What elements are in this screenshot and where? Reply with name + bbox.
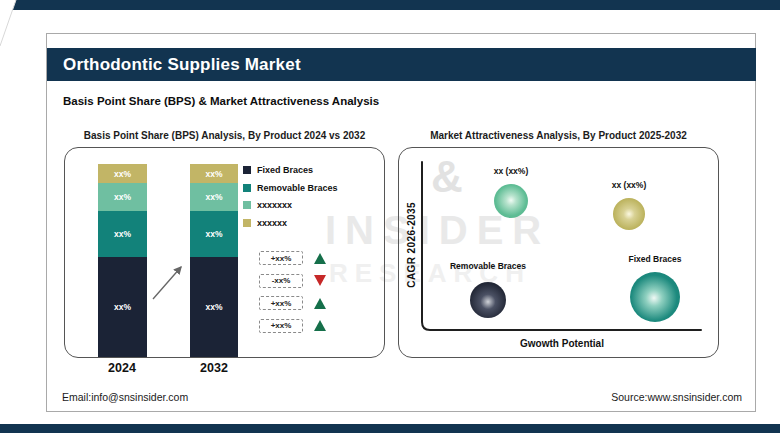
up-triangle-icon <box>314 298 326 309</box>
bar-segment: xx% <box>98 257 147 357</box>
page-subtitle: Basis Point Share (BPS) & Market Attract… <box>63 95 379 107</box>
x-tick-2024: 2024 <box>92 361 152 375</box>
change-row: +xx% <box>259 296 326 310</box>
legend-item: Fixed Braces <box>243 165 338 175</box>
legend-item: Removable Braces <box>243 183 338 193</box>
legend-swatch-series3 <box>243 201 251 209</box>
footer-email: Email:info@snsinsider.com <box>62 391 188 403</box>
bar-segment: xx% <box>190 257 238 357</box>
down-triangle-icon <box>314 275 326 286</box>
change-value-box: -xx% <box>259 274 303 288</box>
legend-label: Fixed Braces <box>257 165 313 175</box>
bps-chart-title: Basis Point Share (BPS) Analysis, By Pro… <box>64 130 385 141</box>
legend-swatch-fixed-braces <box>243 166 251 174</box>
bottom-accent-bar <box>0 424 780 433</box>
change-value-box: +xx% <box>259 251 303 265</box>
stacked-bar-2024: xx% xx% xx% xx% <box>98 164 147 357</box>
change-row: -xx% <box>259 274 326 288</box>
bar-segment: xx% <box>190 183 238 211</box>
bubble-series3 <box>494 184 528 218</box>
bubble-label: xx (xx%) <box>574 180 684 190</box>
legend-label: xxxxxx <box>257 218 287 228</box>
bar-segment: xx% <box>190 164 238 183</box>
attractiveness-chart-title: Market Attractiveness Analysis, By Produ… <box>398 130 719 141</box>
legend-item: xxxxxxx <box>243 200 338 210</box>
title-banner: Orthodontic Supplies Market <box>47 48 756 81</box>
x-axis-label: Gwowth Potential <box>462 338 662 349</box>
legend-label: Removable Braces <box>257 183 338 193</box>
legend-swatch-series4 <box>243 219 251 227</box>
bar-segment: xx% <box>190 211 238 257</box>
legend-label: xxxxxxx <box>257 200 292 210</box>
bar-segment: xx% <box>98 211 147 257</box>
corner-ribbon-fold <box>0 0 50 50</box>
up-triangle-icon <box>314 253 326 264</box>
top-accent-bar <box>0 0 780 10</box>
attractiveness-chart-panel: CAGR 2026-2035 Gwowth Potential xx (xx%)… <box>398 147 719 358</box>
up-triangle-icon <box>314 320 326 331</box>
bps-chart-panel: xx% xx% xx% xx% xx% xx% xx% xx% Fixed Br… <box>64 147 385 358</box>
legend-swatch-removable-braces <box>243 184 251 192</box>
page-title: Orthodontic Supplies Market <box>47 55 301 75</box>
change-value-box: +xx% <box>259 296 303 310</box>
y-axis-label-wrap: CAGR 2026-2035 <box>403 175 419 315</box>
y-axis-label: CAGR 2026-2035 <box>406 202 417 288</box>
stacked-bar-2032: xx% xx% xx% xx% <box>190 164 238 357</box>
bps-change-indicators: +xx% -xx% +xx% +xx% <box>259 251 326 341</box>
footer-source: Source:www.snsinsider.com <box>611 391 742 403</box>
bubble-removable-braces <box>470 282 506 318</box>
bubble-label: Removable Braces <box>433 261 543 271</box>
change-row: +xx% <box>259 319 326 333</box>
bar-segment: xx% <box>98 164 147 183</box>
change-row: +xx% <box>259 251 326 265</box>
bps-legend: Fixed Braces Removable Braces xxxxxxx xx… <box>243 165 338 235</box>
bubble-label: Fixed Braces <box>600 254 710 264</box>
change-value-box: +xx% <box>259 319 303 333</box>
bar-segment: xx% <box>98 183 147 211</box>
legend-item: xxxxxx <box>243 218 338 228</box>
x-tick-2032: 2032 <box>184 361 244 375</box>
bubble-label: xx (xx%) <box>456 166 566 176</box>
bubble-series4 <box>613 198 645 230</box>
bubble-fixed-braces <box>630 272 680 322</box>
trend-arrow-icon <box>150 263 190 303</box>
